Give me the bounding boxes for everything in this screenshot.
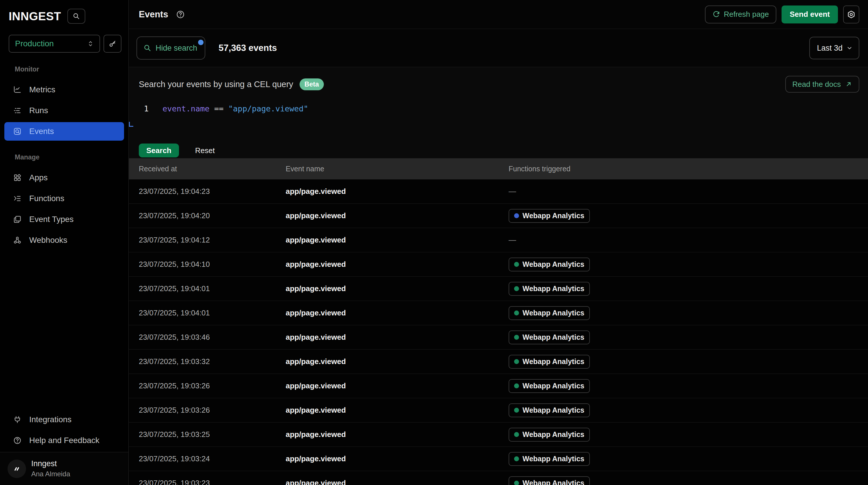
- sidebar-section-list: AppsFunctionsEvent TypesWebhooks: [0, 162, 128, 250]
- settings-gear-icon: [847, 10, 856, 19]
- function-badge[interactable]: Webapp Analytics: [508, 258, 590, 272]
- cell-functions-triggered: Webapp Analytics: [508, 209, 868, 223]
- function-status-dot-queued: [514, 213, 519, 218]
- table-row[interactable]: 23/07/2025, 19:03:25app/page.viewedWebap…: [129, 423, 868, 447]
- sidebar-item-runs[interactable]: Runs: [4, 101, 124, 120]
- no-functions-marker: —: [508, 235, 516, 244]
- events-toolbar: Hide search 57,363 events Last 3d: [129, 29, 868, 67]
- function-status-dot-completed: [514, 286, 519, 291]
- cell-event-name: app/page.viewed: [286, 284, 508, 293]
- function-name: Webapp Analytics: [523, 309, 584, 317]
- webhooks-icon: [13, 236, 22, 245]
- read-the-docs-link[interactable]: Read the docs: [785, 76, 859, 93]
- cell-received-at: 23/07/2025, 19:03:23: [139, 479, 286, 485]
- cell-received-at: 23/07/2025, 19:04:01: [139, 284, 286, 293]
- cell-event-name: app/page.viewed: [286, 479, 508, 485]
- sidebar-item-webhooks[interactable]: Webhooks: [4, 231, 124, 250]
- sidebar-item-label: Help and Feedback: [29, 436, 99, 445]
- table-row[interactable]: 23/07/2025, 19:04:12app/page.viewed—: [129, 228, 868, 252]
- function-badge[interactable]: Webapp Analytics: [508, 282, 590, 296]
- function-badge[interactable]: Webapp Analytics: [508, 379, 590, 393]
- sidebar-item-event-types[interactable]: Event Types: [4, 210, 124, 229]
- sidebar-nav: MonitorMetricsRunsEventsManageAppsFuncti…: [0, 65, 128, 250]
- cell-received-at: 23/07/2025, 19:03:26: [139, 381, 286, 390]
- cell-received-at: 23/07/2025, 19:04:20: [139, 211, 286, 220]
- time-range-value: Last 3d: [817, 44, 842, 53]
- table-header-row: Received at Event name Functions trigger…: [129, 158, 868, 179]
- search-icon: [72, 12, 80, 20]
- function-badge[interactable]: Webapp Analytics: [508, 306, 590, 320]
- sidebar-section-list: MetricsRunsEvents: [0, 74, 128, 141]
- editor-line-number: 1: [129, 104, 149, 113]
- sidebar-item-integrations[interactable]: Integrations: [4, 410, 124, 429]
- cell-functions-triggered: Webapp Analytics: [508, 306, 868, 320]
- table-row[interactable]: 23/07/2025, 19:03:46app/page.viewedWebap…: [129, 325, 868, 349]
- cell-received-at: 23/07/2025, 19:03:25: [139, 430, 286, 439]
- cell-event-name: app/page.viewed: [286, 406, 508, 415]
- function-status-dot-completed: [514, 262, 519, 267]
- events-icon: [13, 127, 22, 136]
- table-row[interactable]: 23/07/2025, 19:04:01app/page.viewedWebap…: [129, 301, 868, 325]
- account-user: Ana Almeida: [31, 470, 70, 478]
- function-badge[interactable]: Webapp Analytics: [508, 331, 590, 344]
- refresh-page-button[interactable]: Refresh page: [705, 5, 776, 23]
- external-link-icon: [845, 81, 852, 88]
- table-row[interactable]: 23/07/2025, 19:04:10app/page.viewedWebap…: [129, 252, 868, 277]
- cel-query-editor[interactable]: 1 event.name == "app/page.viewed": [129, 104, 868, 136]
- events-table: Received at Event name Functions trigger…: [129, 158, 868, 485]
- cell-event-name: app/page.viewed: [286, 454, 508, 463]
- function-badge[interactable]: Webapp Analytics: [508, 452, 590, 466]
- page-title: Events: [139, 9, 168, 20]
- page-header: Events Refresh page Send event: [129, 0, 868, 29]
- reset-button[interactable]: Reset: [193, 146, 217, 155]
- table-row[interactable]: 23/07/2025, 19:04:23app/page.viewed—: [129, 179, 868, 204]
- function-badge[interactable]: Webapp Analytics: [508, 428, 590, 441]
- event-types-icon: [13, 215, 22, 224]
- sidebar-section-label: Manage: [0, 153, 128, 162]
- time-range-dropdown[interactable]: Last 3d: [809, 37, 859, 59]
- table-row[interactable]: 23/07/2025, 19:04:01app/page.viewedWebap…: [129, 277, 868, 301]
- account-menu[interactable]: Inngest Ana Almeida: [0, 452, 128, 485]
- read-the-docs-label: Read the docs: [792, 80, 841, 89]
- sidebar-item-functions[interactable]: Functions: [4, 189, 124, 208]
- cell-event-name: app/page.viewed: [286, 430, 508, 439]
- function-name: Webapp Analytics: [523, 260, 584, 268]
- help-circle-icon[interactable]: [176, 10, 185, 19]
- cell-event-name: app/page.viewed: [286, 333, 508, 342]
- runs-icon: [13, 106, 22, 115]
- table-row[interactable]: 23/07/2025, 19:03:32app/page.viewedWebap…: [129, 349, 868, 374]
- sidebar-item-help-and-feedback[interactable]: Help and Feedback: [4, 431, 124, 450]
- function-badge[interactable]: Webapp Analytics: [508, 355, 590, 369]
- table-row[interactable]: 23/07/2025, 19:03:26app/page.viewedWebap…: [129, 398, 868, 423]
- sidebar-item-apps[interactable]: Apps: [4, 168, 124, 187]
- cell-received-at: 23/07/2025, 19:03:24: [139, 454, 286, 463]
- table-row[interactable]: 23/07/2025, 19:03:26app/page.viewedWebap…: [129, 374, 868, 398]
- cell-event-name: app/page.viewed: [286, 381, 508, 390]
- sidebar-search-button[interactable]: [67, 9, 85, 24]
- function-name: Webapp Analytics: [523, 333, 584, 341]
- function-badge[interactable]: Webapp Analytics: [508, 403, 590, 417]
- search-button[interactable]: Search: [139, 144, 179, 158]
- sidebar-item-events[interactable]: Events: [4, 122, 124, 141]
- environment-selector[interactable]: Production: [9, 35, 100, 53]
- table-row[interactable]: 23/07/2025, 19:04:20app/page.viewedWebap…: [129, 204, 868, 228]
- cell-functions-triggered: Webapp Analytics: [508, 476, 868, 485]
- refresh-page-label: Refresh page: [724, 10, 769, 19]
- function-status-dot-completed: [514, 481, 519, 485]
- cel-search-panel: Search your events by using a CEL query …: [129, 67, 868, 158]
- table-row[interactable]: 23/07/2025, 19:03:24app/page.viewedWebap…: [129, 447, 868, 471]
- hide-search-button[interactable]: Hide search: [136, 36, 205, 60]
- sidebar-item-label: Functions: [29, 194, 64, 203]
- cel-query-text: event.name == "app/page.viewed": [162, 104, 308, 113]
- account-org: Inngest: [31, 459, 70, 468]
- cell-event-name: app/page.viewed: [286, 235, 508, 245]
- table-row[interactable]: 23/07/2025, 19:03:23app/page.viewedWebap…: [129, 471, 868, 485]
- function-badge[interactable]: Webapp Analytics: [508, 209, 590, 223]
- hide-search-label: Hide search: [156, 44, 197, 53]
- send-event-button[interactable]: Send event: [781, 5, 838, 23]
- settings-button[interactable]: [843, 5, 859, 23]
- sidebar-item-metrics[interactable]: Metrics: [4, 81, 124, 99]
- function-badge[interactable]: Webapp Analytics: [508, 476, 590, 485]
- cell-functions-triggered: Webapp Analytics: [508, 355, 868, 369]
- api-keys-button[interactable]: [103, 35, 121, 53]
